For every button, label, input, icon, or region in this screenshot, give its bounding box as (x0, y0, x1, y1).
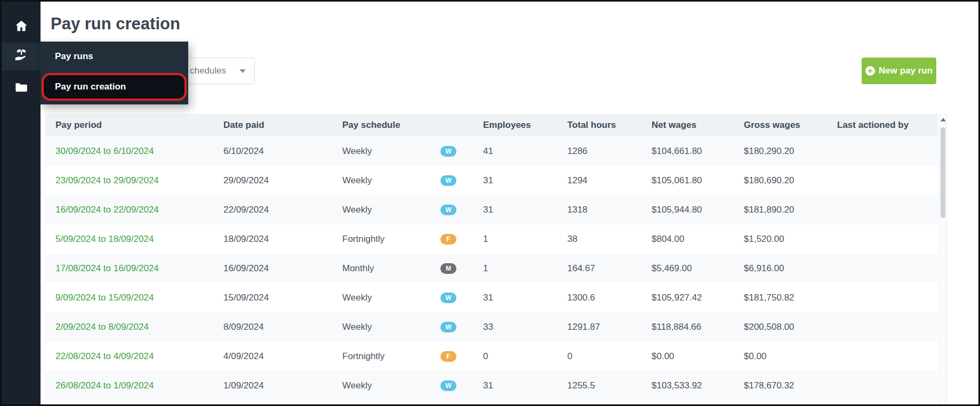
cell-total-hours: 1286 (557, 136, 641, 166)
pay-schedule-badge: F (440, 351, 456, 362)
table-row[interactable]: 2/09/2024 to 8/09/20248/09/2024WeeklyW33… (45, 312, 938, 342)
table-row[interactable]: 5/09/2024 to 18/09/202418/09/2024Fortnig… (45, 224, 938, 254)
pay-schedule-name: Weekly (342, 293, 372, 303)
cell-gross-wages: $200,508.00 (734, 312, 827, 342)
scrollbar-thumb[interactable] (941, 127, 945, 218)
table-row[interactable]: 30/09/2024 to 6/10/20246/10/2024WeeklyW4… (45, 136, 938, 166)
cell-pay-schedule: FortnightlyF (332, 342, 473, 371)
sidebar-item-home[interactable] (2, 13, 41, 41)
cell-employees: 33 (473, 312, 557, 342)
column-header-gross-wages: Gross wages (734, 114, 827, 136)
new-pay-run-button[interactable]: New pay run (862, 58, 936, 84)
column-header-employees: Employees (473, 114, 557, 136)
pay-schedule-badge: W (440, 380, 456, 391)
pay-runs-flyout-menu: Pay runs Pay run creation (41, 42, 188, 104)
pay-period-link[interactable]: 16/09/2024 to 22/09/2024 (55, 205, 159, 215)
menu-item-pay-runs[interactable]: Pay runs (41, 42, 188, 71)
pay-period-link[interactable]: 26/08/2024 to 1/09/2024 (55, 380, 154, 391)
cell-date-paid: 8/09/2024 (213, 312, 332, 342)
pay-runs-table: Pay periodDate paidPay scheduleEmployees… (45, 114, 938, 400)
cell-gross-wages: $180,690.20 (734, 166, 827, 195)
table-row[interactable]: 17/08/2024 to 16/09/202416/09/2024Monthl… (45, 254, 938, 283)
cell-pay-period: 2/09/2024 to 8/09/2024 (45, 312, 213, 342)
cell-total-hours: 1300.6 (557, 283, 641, 312)
pay-period-link[interactable]: 23/09/2024 to 29/09/2024 (55, 175, 159, 185)
pay-schedule-badge: M (440, 263, 456, 274)
column-header-date-paid: Date paid (213, 114, 332, 136)
cell-total-hours: 38 (557, 224, 641, 254)
cell-total-hours: 164.67 (557, 254, 641, 283)
cell-date-paid: 1/09/2024 (213, 371, 332, 400)
pay-schedule-name: Weekly (342, 175, 372, 186)
pay-schedule-name: Weekly (342, 322, 372, 332)
cell-gross-wages: $181,890.20 (734, 195, 827, 224)
pay-period-link[interactable]: 5/09/2024 to 18/09/2024 (55, 234, 154, 244)
cell-pay-period: 5/09/2024 to 18/09/2024 (45, 224, 213, 254)
sidebar-item-pay-runs[interactable] (2, 43, 41, 70)
cell-pay-period: 17/08/2024 to 16/09/2024 (45, 254, 213, 283)
menu-item-pay-run-creation[interactable]: Pay run creation (41, 71, 188, 104)
table-row[interactable]: 9/09/2024 to 15/09/202415/09/2024WeeklyW… (45, 283, 938, 312)
cell-total-hours: 1291.87 (557, 312, 641, 342)
pay-period-link[interactable]: 9/09/2024 to 15/09/2024 (55, 293, 154, 303)
cell-net-wages: $104,661.80 (641, 136, 734, 166)
cell-pay-schedule: WeeklyW (332, 136, 473, 166)
cell-employees: 1 (473, 254, 557, 283)
cell-date-paid: 29/09/2024 (213, 166, 332, 195)
cell-total-hours: 1294 (557, 166, 641, 195)
cell-pay-schedule: WeeklyW (332, 371, 473, 400)
page-title: Pay run creation (51, 14, 180, 34)
table-row[interactable]: 22/08/2024 to 4/09/20244/09/2024Fortnigh… (45, 342, 938, 371)
table-row[interactable]: 26/08/2024 to 1/09/20241/09/2024WeeklyW3… (45, 371, 938, 400)
cell-date-paid: 22/09/2024 (213, 195, 332, 224)
scroll-up-arrow-icon[interactable] (941, 118, 946, 121)
cell-last-actioned-by (827, 166, 938, 195)
sidebar-item-documents[interactable] (2, 74, 41, 102)
cell-gross-wages: $180,290.20 (734, 136, 827, 166)
pay-schedule-name: Fortnightly (342, 351, 384, 362)
cell-date-paid: 16/09/2024 (213, 254, 332, 283)
cell-last-actioned-by (827, 342, 938, 371)
table-row[interactable]: 16/09/2024 to 22/09/202422/09/2024Weekly… (45, 195, 938, 224)
cell-pay-schedule: WeeklyW (332, 283, 473, 312)
menu-item-label: Pay run creation (55, 82, 126, 92)
table-row[interactable]: 23/09/2024 to 29/09/202429/09/2024Weekly… (45, 166, 938, 195)
cell-net-wages: $105,944.80 (641, 195, 734, 224)
pay-schedule-name: Weekly (342, 205, 372, 215)
cell-employees: 1 (473, 224, 557, 254)
cell-last-actioned-by (827, 254, 938, 283)
pay-schedule-badge: W (440, 293, 456, 303)
new-pay-run-label: New pay run (879, 66, 933, 76)
cell-pay-schedule: WeeklyW (332, 195, 473, 224)
cell-last-actioned-by (827, 312, 938, 342)
cell-employees: 0 (473, 342, 557, 371)
schedule-filter-value: chedules (190, 66, 226, 76)
red-highlight-annotation[interactable]: Pay run creation (42, 73, 187, 101)
cell-total-hours: 1318 (557, 195, 641, 224)
cell-total-hours: 1255.5 (557, 371, 641, 400)
pay-schedule-name: Monthly (342, 263, 374, 274)
cell-last-actioned-by (827, 283, 938, 312)
cell-pay-period: 16/09/2024 to 22/09/2024 (45, 195, 213, 224)
cell-pay-period: 22/08/2024 to 4/09/2024 (45, 342, 213, 371)
cell-gross-wages: $181,750.82 (734, 283, 827, 312)
cell-gross-wages: $1,520.00 (734, 224, 827, 254)
cell-date-paid: 6/10/2024 (213, 136, 332, 166)
pay-period-link[interactable]: 30/09/2024 to 6/10/2024 (55, 146, 154, 156)
cell-pay-period: 23/09/2024 to 29/09/2024 (45, 166, 213, 195)
pay-period-link[interactable]: 22/08/2024 to 4/09/2024 (55, 351, 154, 361)
cell-date-paid: 18/09/2024 (213, 224, 332, 254)
cell-pay-schedule: MonthlyM (332, 254, 473, 283)
cell-employees: 31 (473, 195, 557, 224)
cell-gross-wages: $178,670.32 (734, 371, 827, 400)
cell-net-wages: $118,884.66 (641, 312, 734, 342)
payroll-hand-icon (13, 47, 29, 66)
table-scrollbar[interactable] (939, 114, 947, 406)
cell-pay-period: 30/09/2024 to 6/10/2024 (45, 136, 213, 166)
cell-last-actioned-by (827, 224, 938, 254)
cell-employees: 31 (473, 283, 557, 312)
cell-net-wages: $105,927.42 (641, 283, 734, 312)
pay-period-link[interactable]: 17/08/2024 to 16/09/2024 (55, 263, 159, 273)
cell-employees: 31 (473, 166, 557, 195)
pay-period-link[interactable]: 2/09/2024 to 8/09/2024 (55, 322, 149, 332)
